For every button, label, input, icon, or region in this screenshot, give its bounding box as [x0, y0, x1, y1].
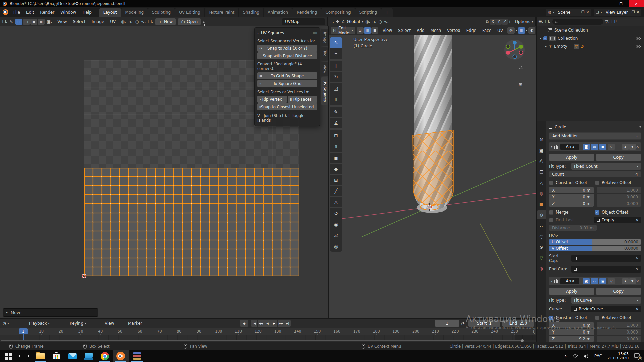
timeline-ruler[interactable]: 1020304050607080901001101201301401501601… [0, 328, 537, 335]
face-select-mode-icon[interactable]: ◼ [371, 27, 378, 34]
new-image-button[interactable]: ＋ New [155, 18, 176, 25]
tool-transform-icon[interactable]: ⌗ [330, 94, 342, 105]
move-up-icon[interactable]: ▲ [622, 144, 629, 150]
tool-inset-faces-icon[interactable]: ▣ [330, 153, 342, 163]
viewport-3d[interactable]: ⊡ Edit Mode▾ ⊡ ◫ ◼ ViewSelectAddMeshVert… [329, 26, 536, 318]
zoom-icon[interactable] [519, 65, 522, 70]
edge-select-mode-icon[interactable]: ◫ [364, 27, 371, 34]
properties-tab-tool[interactable]: ⚒ [537, 135, 546, 144]
taskbar-chrome-icon[interactable] [97, 350, 113, 362]
visibility-eye-icon[interactable] [636, 45, 641, 48]
editor-type-icon[interactable]: ❏▾ [2, 19, 7, 24]
tool-spin-icon[interactable]: ↺ [330, 208, 342, 219]
outliner-row-collection[interactable]: ▾ ✓ Collection [537, 34, 644, 42]
modifier-2-header[interactable]: ▾ Arra ◙ ▭ ▣ ▽ ▲ ▼ ✕ [549, 277, 641, 285]
workspace-tab-scripting[interactable]: Scripting [355, 8, 381, 17]
z-offset-field[interactable]: Z0 m [549, 200, 594, 207]
tool-smooth-icon[interactable]: ◉ [330, 219, 342, 230]
workspace-tab-animation[interactable]: Animation [264, 8, 292, 17]
relative-offset-checkbox[interactable]: Relative Offset [595, 315, 641, 320]
realtime-toggle-icon[interactable]: ▭ [591, 144, 598, 150]
rel-y-field[interactable]: 0.000 [597, 329, 641, 335]
falloff-curve-icon[interactable]: ∿▾ [384, 19, 389, 24]
delete-modifier-icon[interactable]: ✕ [636, 279, 639, 283]
tool-edge-slide-icon[interactable]: ⇄ [330, 230, 342, 241]
taskbar-start-button[interactable] [0, 350, 16, 362]
apply-button[interactable]: Apply [549, 288, 594, 295]
move-down-icon[interactable]: ▼ [629, 278, 636, 284]
workspace-tab-+[interactable]: + [381, 8, 393, 17]
pivot-icon[interactable]: ◎▾ [121, 19, 126, 24]
x-offset-field[interactable]: X0 m [549, 187, 594, 193]
jump-start-button[interactable]: |◀ [251, 320, 257, 327]
rel-y-field[interactable]: 0.000 [597, 194, 641, 200]
filter-funnel-icon[interactable]: ▽▾ [605, 19, 610, 24]
editmode-toggle-icon[interactable]: ▣ [599, 278, 606, 284]
move-up-icon[interactable]: ▲ [622, 278, 629, 284]
volume-icon[interactable] [583, 354, 589, 358]
taskbar-mail-icon[interactable] [64, 350, 80, 362]
vp-menu-view[interactable]: View [380, 27, 395, 34]
collapse-icon[interactable]: ▾ [551, 145, 552, 148]
properties-tab-particles[interactable]: ∴ [537, 221, 546, 230]
mirror-y-button[interactable]: Y [496, 19, 502, 25]
snap-magnet-icon[interactable]: ∩▾ [372, 19, 376, 24]
properties-tab-constraints[interactable]: ⊗ [537, 243, 546, 251]
end-cap-field[interactable]: ✎ [571, 266, 641, 273]
workspace-tab-layout[interactable]: Layout [99, 8, 121, 17]
vp-menu-edge[interactable]: Edge [463, 27, 479, 34]
pin-icon[interactable] [203, 19, 205, 24]
uv-menu-view[interactable]: View [54, 18, 70, 25]
current-frame-field[interactable]: 1 [435, 320, 459, 327]
tool-shrink-fatten-icon[interactable]: ◎ [330, 241, 342, 252]
realtime-toggle-icon[interactable]: ▭ [591, 278, 598, 284]
tool-add-cube-icon[interactable]: ⊞ [330, 130, 342, 141]
mirror-z-button[interactable]: Z [502, 19, 508, 25]
pin-icon[interactable] [639, 125, 641, 129]
proportional-edit-icon[interactable]: ○ [378, 19, 382, 24]
active-tool-icon[interactable]: ⌗▾ [330, 19, 334, 24]
properties-tab-material[interactable]: ◑ [537, 264, 546, 273]
modifier-1-header[interactable]: ▾ Arra ◙ ▭ ▣ ▽ ▲ ▼ ✕ [549, 142, 641, 151]
cage-toggle-icon[interactable]: ▽ [608, 144, 615, 150]
clear-object-icon[interactable]: ✕ [636, 307, 639, 311]
tool-extrude-region-icon[interactable]: ⇧ [330, 141, 342, 152]
render-toggle-icon[interactable]: ◙ [583, 144, 590, 150]
scene-selector[interactable]: ◍▾ Scene ❐ ✕ [546, 9, 591, 16]
uv-island-mode-icon[interactable]: ▦ [38, 19, 45, 25]
blender-menu-icon[interactable] [3, 9, 8, 15]
merge-distance-field[interactable]: Distance0.01 m [549, 225, 597, 231]
vp-menu-mesh[interactable]: Mesh [428, 27, 444, 34]
button-to-grid-by-shape[interactable]: ▦To Grid By Shape [257, 72, 317, 79]
constant-offset-checkbox[interactable]: Constant Offset [549, 180, 595, 185]
open-image-button[interactable]: 🗀 Open [178, 18, 201, 25]
play-button[interactable]: ▶ [271, 320, 277, 327]
clear-object-icon[interactable]: ✕ [636, 218, 639, 222]
menu-file[interactable]: File [10, 9, 23, 16]
vp-menu-select[interactable]: Select [395, 27, 414, 34]
outliner-filter-type-icon[interactable]: ❏▾ [545, 19, 550, 24]
shading-wireframe-icon[interactable]: ◐ [528, 27, 535, 34]
uv-editor-canvas[interactable]: ▸Move ▾ UV Squares ∷∷ Select Sequenced V… [0, 26, 328, 318]
mode-dropdown[interactable]: ⊡ Edit Mode▾ [331, 27, 355, 34]
vertex-select-mode-icon[interactable]: ⊡ [357, 27, 364, 34]
xray-toggle-icon[interactable]: ▥ [518, 27, 525, 34]
vp-menu-face[interactable]: Face [479, 27, 494, 34]
image-browse-icon[interactable]: ❏▾ [148, 19, 153, 24]
y-offset-field[interactable]: Y0 m [549, 329, 594, 335]
operator-panel-move[interactable]: ▸Move [3, 308, 98, 317]
properties-tab-object[interactable]: ■ [537, 200, 546, 208]
rel-x-field[interactable]: 1.000 [597, 187, 641, 193]
rel-z-field[interactable]: 0.000 [597, 200, 641, 207]
snap-cage-icon[interactable]: ⌗ [509, 19, 512, 24]
offset-object-field[interactable]: Empty✕ [594, 217, 641, 223]
workspace-tab-modeling[interactable]: Modeling [121, 8, 148, 17]
menu-window[interactable]: Window [57, 9, 79, 16]
copy-button[interactable]: Copy [596, 154, 641, 161]
sticky-select-icon[interactable]: ▣▾ [47, 19, 52, 24]
timeline-editor-type-icon[interactable]: ◔▾ [3, 320, 9, 327]
expand-icon[interactable]: ▾ [540, 37, 541, 40]
object-offset-checkbox[interactable]: ✓Object Offset [595, 210, 641, 215]
workspace-tab-sculpting[interactable]: Sculpting [148, 8, 175, 17]
panel-grip-icon[interactable]: ∷∷ [313, 32, 317, 35]
